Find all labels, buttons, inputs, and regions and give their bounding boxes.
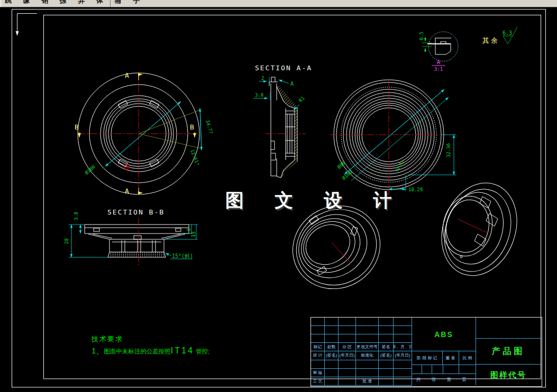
drawing-code: 图样代号 bbox=[476, 365, 541, 386]
tb-design-date: (年月日) bbox=[339, 351, 356, 360]
detail-ref-a: A bbox=[290, 81, 294, 87]
isometric-view-right bbox=[429, 172, 529, 286]
tb-standardize-date: (年月日) bbox=[394, 351, 412, 360]
section-label-a-bottom: A bbox=[125, 187, 131, 195]
top-view: Ø86 Ø100 32.36 10.29 R2 R4 bbox=[330, 79, 456, 195]
tb-header-sign: 签名 bbox=[379, 343, 394, 351]
section-aa-title: SECTION A-A bbox=[255, 64, 312, 72]
tech-req-code: IT14 bbox=[171, 346, 194, 355]
dim-angle-3477: 34.77 bbox=[205, 119, 214, 135]
dim-3236: 32.36 bbox=[446, 143, 451, 157]
front-view: A A B B Ø100 34.77 12.61° bbox=[75, 71, 214, 195]
dim-r1: R1 bbox=[298, 96, 306, 104]
tb-standardize: 标准化 bbox=[356, 351, 379, 360]
iso-right-centerline bbox=[458, 219, 488, 233]
sheet-count-label: 共 张 第 页 bbox=[412, 374, 476, 385]
technical-requirements: 技术要求 1、图面中未标注的公差按照IT14 管控; bbox=[92, 334, 209, 356]
tb-craft: 工 艺 bbox=[311, 377, 325, 386]
section-label-a-top: A bbox=[125, 71, 131, 79]
fold-mark-arrow bbox=[16, 31, 19, 36]
tech-req-item: 1、图面中未标注的公差按照IT14 管控; bbox=[92, 346, 209, 356]
stage-mark-label: 阶 段 标 记 bbox=[412, 351, 443, 365]
product-title: 产品图 bbox=[476, 339, 541, 365]
iso-left-centerline bbox=[332, 242, 351, 263]
tech-req-number: 1、 bbox=[92, 346, 104, 355]
dim-r4: R4 bbox=[395, 166, 401, 172]
dim-dia86: Ø86 bbox=[336, 160, 346, 170]
cad-application-window: 跳 缘 销 拣 异 体 辅 手 bbox=[0, 0, 557, 392]
datum-target bbox=[123, 163, 131, 171]
tb-header-date: 年、月、日 bbox=[394, 343, 412, 351]
tb-design-sign: (签名) bbox=[325, 351, 339, 360]
dim-dia100: Ø100 bbox=[84, 164, 96, 176]
tb-header-docno: 更改文件号 bbox=[356, 343, 379, 351]
cut-mark-a-bottom bbox=[139, 188, 142, 193]
tb-header-zone: 分 区 bbox=[339, 343, 356, 351]
section-label-b-right: B bbox=[190, 123, 196, 131]
section-label-b-left: B bbox=[75, 123, 80, 131]
toolbar-buttons[interactable]: 跳 缘 销 拣 异 体 辅 手 bbox=[5, 0, 144, 5]
toolbar-button-group[interactable]: 跳 缘 销 拣 异 体 辅 手 bbox=[1, 0, 111, 7]
tech-req-text: 图面中未标注的公差按照 bbox=[104, 348, 171, 354]
tech-req-suffix: 管控; bbox=[196, 348, 209, 354]
dim-6: 6 bbox=[186, 228, 191, 231]
tb-design: 设 计 bbox=[311, 351, 325, 360]
cut-mark-a-top bbox=[139, 74, 142, 80]
title-block-right: 产品图 图样代号 bbox=[476, 318, 541, 386]
surface-finish-note: 其余 6.3 bbox=[482, 27, 517, 44]
surface-note-prefix: 其余 bbox=[482, 36, 499, 44]
tb-empty-cell bbox=[476, 318, 541, 339]
material-value: ABS bbox=[412, 318, 476, 351]
scale-label: 比 例 bbox=[459, 351, 476, 365]
section-aa-view: SECTION A-A 2 3.8 A R1 bbox=[253, 64, 312, 179]
tb-review: 审 核 bbox=[311, 369, 325, 377]
dim-28: 28 bbox=[64, 238, 69, 244]
dim-2: 2 bbox=[261, 76, 264, 81]
detail-label-a: A bbox=[437, 59, 440, 65]
roughness-value: 6.3 bbox=[503, 30, 512, 36]
tb-standardize-sign: (签名) bbox=[379, 351, 394, 360]
watermark: 图 文 设 计 bbox=[225, 188, 404, 213]
dim-angle-1261: 12.61° bbox=[189, 148, 200, 166]
section-bb-view: SECTION B-B 3.8 28 6 13 15°(斜) bbox=[64, 208, 198, 265]
roughness-symbol-icon bbox=[503, 36, 513, 44]
detail-view-a: 0.5 A 3:1 bbox=[419, 32, 458, 72]
title-block-middle: ABS 阶 段 标 记 重 量 比 例 共 张 第 页 bbox=[412, 318, 476, 386]
drawing-canvas[interactable]: A A B B Ø100 34.77 12.61° SECTION A-A bbox=[0, 7, 557, 392]
weight-label: 重 量 bbox=[443, 351, 459, 365]
dim-draft-angle: 15°(斜) bbox=[172, 253, 193, 259]
dim-38-bb: 3.8 bbox=[74, 212, 79, 220]
title-block-revision-grid: 标记 处数 分 区 更改文件号 签名 年、月、日 设 计 (签名) (年月日) … bbox=[311, 318, 412, 386]
detail-scale: 3:1 bbox=[434, 67, 443, 72]
section-bb-title: SECTION B-B bbox=[107, 208, 165, 216]
tb-approve: 批 准 bbox=[356, 377, 379, 386]
dim-13: 13 bbox=[191, 231, 196, 237]
toolbar: 跳 缘 销 拣 异 体 辅 手 bbox=[0, 0, 557, 7]
dim-05: 0.5 bbox=[419, 32, 424, 40]
dim-38: 3.8 bbox=[255, 92, 263, 98]
tb-header-count: 处数 bbox=[325, 343, 339, 351]
tech-req-title: 技术要求 bbox=[92, 334, 209, 344]
dim-1029: 10.29 bbox=[408, 187, 423, 192]
tb-header-mark: 标记 bbox=[311, 343, 325, 351]
